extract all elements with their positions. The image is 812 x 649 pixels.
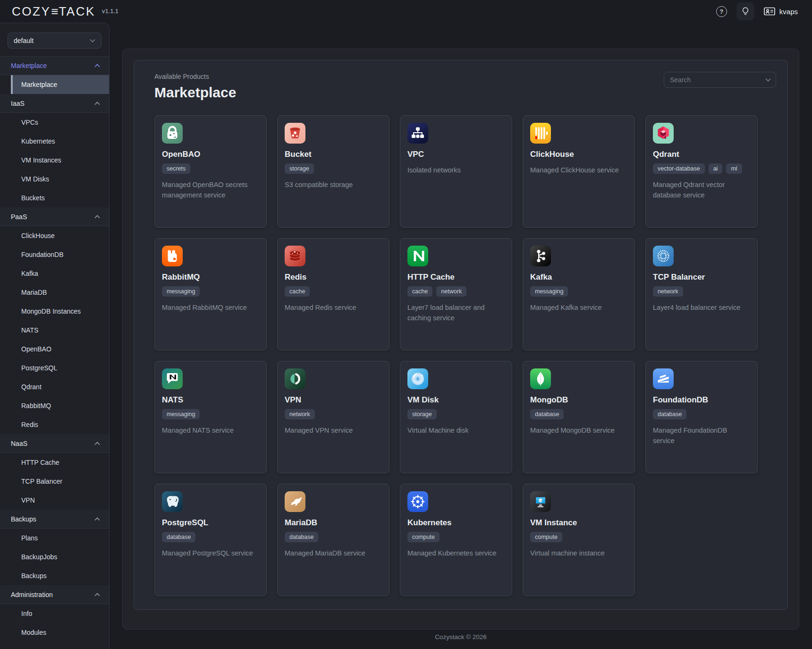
product-description: Isolated networks xyxy=(407,165,505,175)
product-card-clickhouse[interactable]: ClickHouseManaged ClickHouse service xyxy=(523,115,635,228)
foundationdb-icon xyxy=(653,368,674,389)
sidebar-section-label: Marketplace xyxy=(11,62,47,69)
sidebar-item-vm-instances[interactable]: VM Instances xyxy=(0,151,109,170)
product-card-foundationdb[interactable]: FoundationDBdatabaseManaged FoundationDB… xyxy=(645,361,758,473)
sidebar-item-tcp-balancer[interactable]: TCP Balancer xyxy=(0,472,109,491)
sidebar-section-header-backups[interactable]: Backups xyxy=(0,510,109,529)
nats-icon xyxy=(162,368,183,389)
sidebar-item-postgresql[interactable]: PostgreSQL xyxy=(0,359,109,377)
product-description: Managed PostgreSQL service xyxy=(162,548,259,558)
sidebar-item-vm-disks[interactable]: VM Disks xyxy=(0,170,109,188)
logo-text-suffix: TACK xyxy=(59,4,95,19)
sidebar-section-header-naas[interactable]: NaaS xyxy=(0,434,109,453)
id-card-icon xyxy=(764,7,775,16)
page-header: Available Products Marketplace xyxy=(144,72,777,101)
mariadb-seal-icon xyxy=(285,491,305,512)
product-description: Managed RabbitMQ service xyxy=(162,302,259,313)
product-card-vm-disk[interactable]: VM DiskstorageVirtual Machine disk xyxy=(400,361,512,473)
product-tag-database: database xyxy=(285,532,318,542)
sidebar-item-backups[interactable]: Backups xyxy=(0,566,109,585)
product-name: VPC xyxy=(407,150,505,159)
sidebar-item-vpn[interactable]: VPN xyxy=(0,491,109,510)
product-card-vpc[interactable]: VPCIsolated networks xyxy=(400,115,512,228)
product-name: TCP Balancer xyxy=(653,273,750,282)
sidebar-item-marketplace[interactable]: Marketplace xyxy=(11,75,109,94)
sidebar-section-header-iaas[interactable]: IaaS xyxy=(0,94,109,113)
help-button[interactable]: ? xyxy=(716,6,727,17)
dotted-globe-icon xyxy=(653,246,674,266)
openbao-lock-icon xyxy=(162,123,183,144)
namespace-select[interactable]: default xyxy=(8,33,102,49)
sidebar-item-rabbitmq[interactable]: RabbitMQ xyxy=(0,396,109,415)
sidebar-item-foundationdb[interactable]: FoundationDB xyxy=(0,245,109,264)
product-name: VM Disk xyxy=(407,395,505,405)
sidebar-item-openbao[interactable]: OpenBAO xyxy=(0,340,109,359)
sidebar-item-vpcs[interactable]: VPCs xyxy=(0,113,109,132)
clickhouse-bars-icon xyxy=(530,123,551,144)
sidebar-item-mongodb-instances[interactable]: MongoDB Instances xyxy=(0,302,109,321)
theme-toggle-button[interactable] xyxy=(736,2,754,20)
sidebar-section-header-marketplace[interactable]: Marketplace xyxy=(0,56,109,75)
product-name: HTTP Cache xyxy=(407,273,505,282)
sidebar-item-backupjobs[interactable]: BackupJobs xyxy=(0,547,109,566)
sidebar-item-http-cache[interactable]: HTTP Cache xyxy=(0,453,109,472)
lightbulb-icon xyxy=(742,7,749,16)
product-name: MongoDB xyxy=(530,395,627,405)
product-card-redis[interactable]: RediscacheManaged Redis service xyxy=(277,238,389,350)
product-name: ClickHouse xyxy=(530,150,627,159)
sidebar-item-clickhouse[interactable]: ClickHouse xyxy=(0,226,109,245)
chevron-up-icon xyxy=(94,64,100,68)
product-name: PostgreSQL xyxy=(162,518,259,528)
sidebar-item-kubernetes[interactable]: Kubernetes xyxy=(0,132,109,151)
product-tags: cache xyxy=(285,286,382,297)
product-card-http-cache[interactable]: HTTP CachecachenetworkLayer7 load balanc… xyxy=(400,238,512,350)
sidebar-section-label: IaaS xyxy=(11,100,25,107)
product-card-postgresql[interactable]: PostgreSQLdatabaseManaged PostgreSQL ser… xyxy=(154,484,267,596)
vpn-circle-icon xyxy=(285,368,305,389)
product-tags: network xyxy=(285,409,382,419)
network-tree-icon xyxy=(407,123,428,144)
user-menu[interactable]: kvaps xyxy=(764,7,798,16)
product-card-mariadb[interactable]: MariaDBdatabaseManaged MariaDB service xyxy=(277,484,389,596)
product-card-openbao[interactable]: OpenBAOsecretsManaged OpenBAO secrets ma… xyxy=(154,115,267,228)
product-card-vm-instance[interactable]: VM InstancecomputeVirtual machine instan… xyxy=(523,484,635,596)
product-name: OpenBAO xyxy=(162,150,259,159)
product-description: Managed Redis service xyxy=(285,302,382,313)
main-content: Available Products Marketplace OpenBAOse… xyxy=(110,23,812,649)
product-card-vpn[interactable]: VPNnetworkManaged VPN service xyxy=(277,361,389,473)
product-name: VPN xyxy=(285,395,382,405)
product-name: VM Instance xyxy=(530,518,627,528)
product-tag-messaging: messaging xyxy=(162,409,200,419)
sidebar-section-header-paas[interactable]: PaaS xyxy=(0,207,109,226)
product-description: Managed NATS service xyxy=(162,425,259,436)
sidebar-item-modules[interactable]: Modules xyxy=(0,623,109,642)
sidebar-section-header-administration[interactable]: Administration xyxy=(0,585,109,604)
sidebar-item-plans[interactable]: Plans xyxy=(0,529,109,547)
product-card-tcp-balancer[interactable]: TCP BalancernetworkLayer4 load balancer … xyxy=(645,238,758,350)
product-card-kubernetes[interactable]: KubernetescomputeManaged Kubernetes serv… xyxy=(400,484,512,596)
sidebar-item-buckets[interactable]: Buckets xyxy=(0,188,109,207)
sidebar-item-nats[interactable]: NATS xyxy=(0,321,109,340)
product-card-bucket[interactable]: BucketstorageS3 compatible storage xyxy=(277,115,389,228)
product-card-qdrant[interactable]: Qdrantvector-databaseaimlManaged Qdrant … xyxy=(645,115,758,228)
product-tag-cache: cache xyxy=(407,286,432,297)
product-card-mongodb[interactable]: MongoDBdatabaseManaged MongoDB service xyxy=(523,361,635,473)
logo-text-prefix: COZY xyxy=(12,4,51,19)
product-tags: secrets xyxy=(162,163,259,174)
product-card-nats[interactable]: NATSmessagingManaged NATS service xyxy=(154,361,267,473)
product-card-kafka[interactable]: KafkamessagingManaged Kafka service xyxy=(523,238,635,350)
product-tags: vector-databaseaiml xyxy=(653,163,750,174)
sidebar-item-info[interactable]: Info xyxy=(0,604,109,623)
product-name: Kubernetes xyxy=(407,518,505,528)
product-description: Layer4 load balancer service xyxy=(653,302,750,313)
search-input[interactable] xyxy=(664,76,765,84)
sidebar-section-administration: AdministrationInfoModules xyxy=(0,585,109,642)
product-card-rabbitmq[interactable]: RabbitMQmessagingManaged RabbitMQ servic… xyxy=(154,238,267,350)
sidebar-item-redis[interactable]: Redis xyxy=(0,415,109,434)
product-tag-storage: storage xyxy=(407,409,437,419)
product-name: Kafka xyxy=(530,273,627,282)
sidebar-item-kafka[interactable]: Kafka xyxy=(0,264,109,283)
kafka-icon xyxy=(530,246,551,266)
sidebar-item-mariadb[interactable]: MariaDB xyxy=(0,283,109,302)
sidebar-item-qdrant[interactable]: Qdrant xyxy=(0,377,109,396)
